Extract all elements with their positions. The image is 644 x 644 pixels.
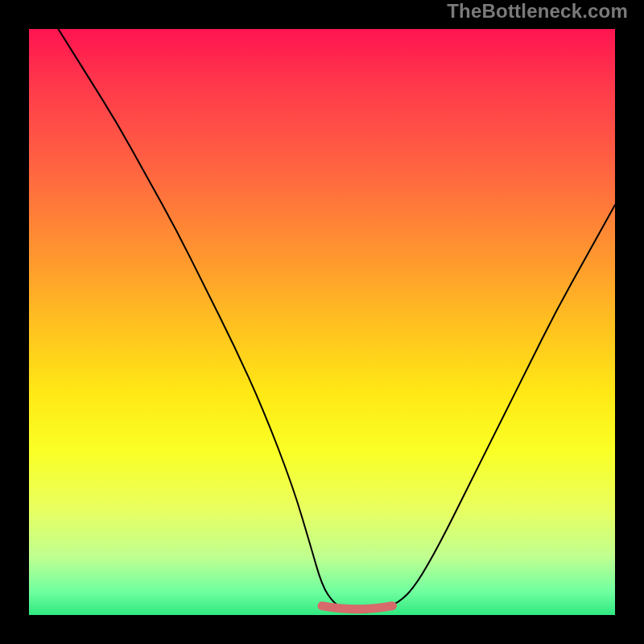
chart-svg [29, 29, 615, 615]
curve-line [58, 29, 615, 612]
chart-frame: TheBottleneck.com [0, 0, 644, 644]
watermark-text: TheBottleneck.com [447, 0, 628, 23]
curve-bottom-segment [322, 606, 392, 609]
plot-area [29, 29, 615, 615]
